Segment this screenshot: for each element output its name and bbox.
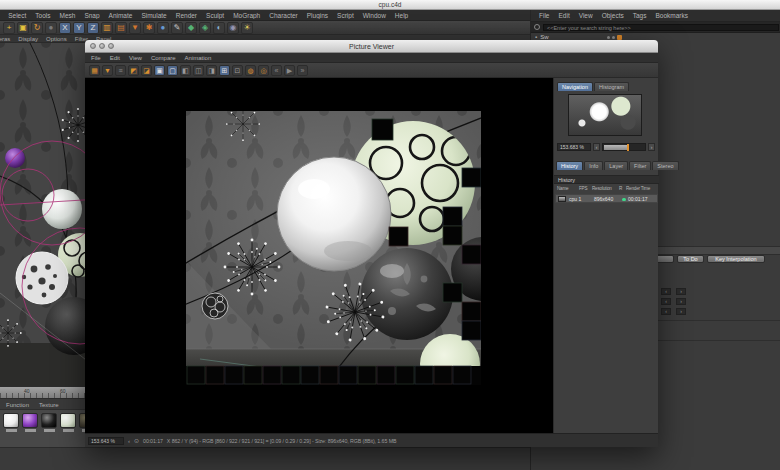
collapse-arrow-icon[interactable]: ‹ [128,438,130,444]
render-canvas[interactable] [85,78,553,433]
menu-character[interactable]: Character [269,12,298,19]
material-swatch-mint[interactable] [60,413,76,428]
menu-plugins[interactable]: Plugins [307,12,328,19]
key-interpolation-button[interactable]: Key Interpolation [707,255,765,263]
create-environment-icon[interactable]: ◐ [213,22,225,34]
clock-icon: ⊙ [134,437,139,444]
compare-set-b-icon[interactable]: ◪ [141,65,152,76]
viewport-menu-cameras[interactable]: Cameras [0,36,10,42]
tab-layer[interactable]: Layer [604,161,628,170]
tab-histogram[interactable]: Histogram [594,82,629,91]
material-swatch-black[interactable] [41,413,57,428]
play-icon[interactable]: ▶ [284,65,295,76]
create-primitive-icon[interactable]: ● [157,22,169,34]
timeline-label: 40 [24,388,30,394]
zoom-fit-icon[interactable]: ▢ [167,65,178,76]
viewport-menu-display[interactable]: Display [18,36,38,42]
om-menu-view[interactable]: View [579,12,593,19]
menu-render[interactable]: Render [176,12,197,19]
menu-window[interactable]: Window [363,12,386,19]
viewport-menu-options[interactable]: Options [46,36,67,42]
z-axis-lock-icon[interactable]: Z [87,22,99,34]
compare-a-icon[interactable]: ◍ [245,65,256,76]
tab-info[interactable]: Info [584,161,603,170]
om-menu-tags[interactable]: Tags [633,12,647,19]
zoom-right-arrow[interactable]: › [648,143,655,151]
create-camera-icon[interactable]: ◉ [227,22,239,34]
zoom-slider[interactable] [602,143,646,151]
zoom-value-field[interactable]: 153.683 % [557,143,591,151]
tab-navigation[interactable]: Navigation [557,82,593,91]
scale-tool-icon[interactable]: ▣ [17,22,29,34]
render-settings-icon[interactable]: ✱ [143,22,155,34]
material-menu-function[interactable]: Function [6,402,29,408]
open-image-icon[interactable]: ▦ [89,65,100,76]
menu-select[interactable]: Select [8,12,26,19]
layout-left-icon[interactable]: ◧ [180,65,191,76]
last-tool-icon[interactable]: ● [45,22,57,34]
mac-titlebar: cpu.c4d [0,0,780,10]
menu-animate[interactable]: Animate [109,12,133,19]
layout-right-icon[interactable]: ◨ [206,65,217,76]
render-view-icon[interactable]: ▤ [115,22,127,34]
search-input[interactable]: <<Enter your search string here>> [543,24,779,31]
navigation-thumbnail[interactable] [568,94,642,136]
render-picture-viewer-icon[interactable]: ▼ [129,22,141,34]
attribute-stepper[interactable]: ‹› [661,298,686,305]
om-menu-objects[interactable]: Objects [602,12,624,19]
compare-b-icon[interactable]: ◎ [258,65,269,76]
menu-mograph[interactable]: MoGraph [233,12,260,19]
material-menu-texture[interactable]: Texture [39,402,59,408]
tab-filter[interactable]: Filter [629,161,651,170]
pv-menu-compare[interactable]: Compare [151,55,176,61]
menu-mesh[interactable]: Mesh [59,12,75,19]
pv-menu-file[interactable]: File [91,55,101,61]
attribute-stepper[interactable]: ‹› [661,308,686,315]
rotate-tool-icon[interactable]: ↻ [31,22,43,34]
y-axis-lock-icon[interactable]: Y [73,22,85,34]
coordinate-system-icon[interactable]: ▥ [101,22,113,34]
material-swatch-purple[interactable] [22,413,38,428]
save-image-icon[interactable]: ▼ [102,65,113,76]
menu-script[interactable]: Script [337,12,354,19]
menu-simulate[interactable]: Simulate [141,12,166,19]
tab-history[interactable]: History [556,161,583,170]
zoom-100-icon[interactable]: ▣ [154,65,165,76]
compare-set-a-icon[interactable]: ◩ [128,65,139,76]
create-spline-icon[interactable]: ✎ [171,22,183,34]
visibility-dot[interactable] [607,36,610,39]
todo-button[interactable]: To Do [677,255,704,263]
move-tool-icon[interactable]: + [3,22,15,34]
create-generator-icon[interactable]: ◆ [185,22,197,34]
menu-snap[interactable]: Snap [84,12,99,19]
cinema4d-app: cpu.c4d FileEditCreateSelectToolsMeshSna… [0,0,780,470]
material-swatch-white[interactable] [3,413,19,428]
statusbar-zoom-field[interactable]: 153.643 % [88,437,124,445]
om-menu-edit[interactable]: Edit [558,12,569,19]
single-view-icon[interactable]: ⊡ [232,65,243,76]
prev-frame-icon[interactable]: « [271,65,282,76]
create-deformer-icon[interactable]: ◈ [199,22,211,34]
menu-tools[interactable]: Tools [35,12,50,19]
history-row[interactable]: cpu 1 896x640 00:01:17 [555,194,658,203]
pv-menu-animation[interactable]: Animation [185,55,212,61]
pv-menu-edit[interactable]: Edit [110,55,120,61]
pixel-info-text: X 862 / Y (94) - RGB [860 / 922 / 921 / … [167,438,397,444]
om-menu-file[interactable]: File [539,12,549,19]
tile-view-icon[interactable]: ⊞ [219,65,230,76]
om-menu-bookmarks[interactable]: Bookmarks [655,12,688,19]
attribute-stepper[interactable]: ‹› [661,288,686,295]
zoom-left-arrow[interactable]: ‹ [593,143,600,151]
menu-sculpt[interactable]: Sculpt [206,12,224,19]
history-section-header: History [554,175,659,184]
picture-viewer-titlebar[interactable]: Picture Viewer [85,40,658,53]
menu-help[interactable]: Help [395,12,408,19]
x-axis-lock-icon[interactable]: X [59,22,71,34]
layout-center-icon[interactable]: ◫ [193,65,204,76]
next-frame-icon[interactable]: » [297,65,308,76]
print-icon[interactable]: ≡ [115,65,126,76]
tab-stereo[interactable]: Stereo [652,161,678,170]
pv-menu-view[interactable]: View [129,55,142,61]
create-light-icon[interactable]: ☀ [241,22,253,34]
visibility-dot[interactable] [612,36,615,39]
